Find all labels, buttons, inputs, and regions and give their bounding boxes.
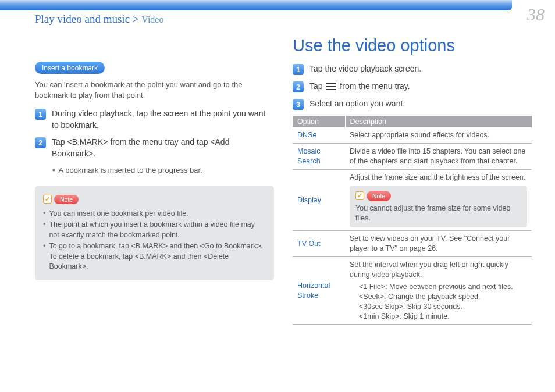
note-item: •You can insert one bookmark per video f…	[43, 209, 266, 219]
menu-icon	[326, 83, 336, 90]
breadcrumb-main: Play video and music >	[35, 13, 139, 25]
note-label: ✓ Note	[355, 191, 391, 201]
desc-item: <1 File>: Move between previous and next…	[359, 282, 527, 292]
note-pill: Note	[367, 191, 391, 201]
step-text: Tap from the menu tray.	[309, 81, 410, 92]
table-row: DNSe Select appropriate sound effects fo…	[293, 127, 532, 143]
checkmark-icon: ✓	[43, 195, 52, 204]
table-row: Mosaic Search Divide a video file into 1…	[293, 143, 532, 169]
step-text: During video playback, tap the screen at…	[52, 108, 274, 131]
table-row: Horizontal Stroke Set the interval when …	[293, 257, 532, 325]
intro-text: You can insert a bookmark at the point y…	[35, 80, 274, 100]
step-badge: 3	[293, 99, 304, 110]
th-option: Option	[293, 116, 345, 127]
step-text: Select an option you want.	[309, 98, 405, 110]
desc-top: Adjust the frame size and the brightness…	[350, 173, 527, 183]
note-text: You cannot adjust the frame size for som…	[355, 204, 521, 223]
r-step-1: 1 Tap the video playback screen.	[293, 63, 532, 75]
section-heading: Use the video options	[293, 36, 532, 55]
sub-bullet-text: A bookmark is inserted to the progress b…	[59, 165, 202, 176]
note-box: ✓ Note •You can insert one bookmark per …	[35, 186, 274, 280]
note-label: ✓ Note	[43, 195, 79, 204]
table-header-row: Option Description	[293, 116, 532, 127]
opt-desc: Divide a video file into 15 chapters. Yo…	[345, 143, 532, 169]
section-pill-bookmark: Insert a bookmark	[35, 62, 105, 74]
note-pill: Note	[54, 195, 79, 204]
header-bar	[0, 0, 512, 10]
r-step-3: 3 Select an option you want.	[293, 98, 532, 110]
step-text: Tap <B.MARK> from the menu tray and tap …	[52, 137, 274, 159]
table-row: TV Out Set to view videos on your TV. Se…	[293, 231, 532, 257]
desc-item: <30sec Skip>: Skip 30 seconds.	[359, 302, 527, 312]
page-number: 38	[527, 5, 545, 24]
step-badge: 1	[35, 109, 46, 120]
opt-desc: Select appropriate sound effects for vid…	[345, 127, 532, 143]
note-item: •The point at which you insert a bookmar…	[43, 220, 266, 240]
opt-name: TV Out	[293, 231, 345, 257]
step-2: 2 Tap <B.MARK> from the menu tray and ta…	[35, 137, 274, 159]
breadcrumb: Play video and music > Video	[35, 13, 163, 26]
opt-desc: Set the interval when you drag left or r…	[345, 257, 532, 325]
desc-item: <1min Skip>: Skip 1 minute.	[359, 312, 527, 322]
bullet-dot: ▪	[52, 165, 55, 176]
step-badge: 1	[293, 64, 304, 75]
opt-desc: Set to view videos on your TV. See "Conn…	[345, 231, 532, 257]
step-text: Tap the video playback screen.	[309, 63, 421, 75]
sub-bullet: ▪ A bookmark is inserted to the progress…	[52, 165, 274, 176]
note-list: •You can insert one bookmark per video f…	[43, 209, 266, 272]
desc-item: <Seek>: Change the playback speed.	[359, 292, 527, 302]
right-column: Use the video options 1 Tap the video pl…	[293, 36, 532, 325]
r-step-2: 2 Tap from the menu tray.	[293, 81, 532, 92]
desc-top: Set the interval when you drag left or r…	[350, 260, 527, 280]
note-box-mini: ✓ Note You cannot adjust the frame size …	[350, 186, 527, 228]
table-row: Display Adjust the frame size and the br…	[293, 169, 532, 231]
checkmark-icon: ✓	[355, 191, 364, 200]
opt-name: DNSe	[293, 127, 345, 143]
note-item: •To go to a bookmark, tap <B.MARK> and t…	[43, 241, 266, 272]
opt-desc: Adjust the frame size and the brightness…	[345, 169, 532, 231]
options-table: Option Description DNSe Select appropria…	[293, 116, 532, 325]
step-badge: 2	[293, 81, 304, 92]
step-badge: 2	[35, 137, 46, 148]
opt-name: Horizontal Stroke	[293, 257, 345, 325]
opt-name: Mosaic Search	[293, 143, 345, 169]
opt-name: Display	[293, 169, 345, 231]
th-description: Description	[345, 116, 532, 127]
step-1: 1 During video playback, tap the screen …	[35, 108, 274, 131]
breadcrumb-sub: Video	[141, 15, 163, 24]
left-column: Insert a bookmark You can insert a bookm…	[35, 36, 274, 325]
